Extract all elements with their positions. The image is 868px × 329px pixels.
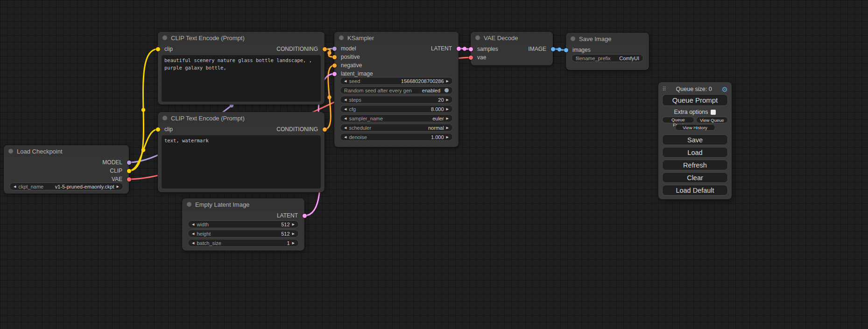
node-clip-text-encode-positive[interactable]: CLIP Text Encode (Prompt) clip CONDITION… (158, 32, 325, 105)
arrow-right-icon[interactable]: ▶ (292, 223, 295, 226)
arrow-left-icon[interactable]: ◀ (192, 232, 194, 235)
arrow-right-icon[interactable]: ▶ (446, 135, 449, 139)
node-title-bar[interactable]: KSampler (334, 32, 459, 44)
node-title-bar[interactable]: CLIP Text Encode (Prompt) (158, 32, 325, 44)
clear-button[interactable]: Clear (662, 172, 728, 183)
widget-label: seed (349, 78, 360, 84)
seed-widget[interactable]: ◀ seed 156680208700286 ▶ (340, 77, 453, 85)
image-port-dot[interactable] (551, 47, 555, 51)
load-default-button[interactable]: Load Default (662, 185, 728, 196)
vae-port-dot[interactable] (127, 177, 131, 182)
queue-prompt-button[interactable]: Queue Prompt (662, 94, 728, 106)
collapse-dot-icon[interactable] (187, 202, 191, 207)
output-port-latent: LATENT (431, 44, 459, 53)
scheduler-widget[interactable]: ◀ scheduler normal ▶ (340, 124, 453, 132)
model-port-dot[interactable] (332, 47, 337, 51)
image-port-dot[interactable] (564, 48, 568, 52)
node-title: Save Image (579, 35, 611, 42)
collapse-dot-icon[interactable] (339, 35, 344, 40)
conditioning-port-dot[interactable] (332, 55, 337, 59)
port-label: positive (341, 54, 360, 60)
collapse-dot-icon[interactable] (162, 35, 167, 40)
latent-port-dot[interactable] (469, 47, 473, 51)
collapse-dot-icon[interactable] (571, 36, 575, 41)
prompt-text-input[interactable]: beautiful scenery nature glass bottle la… (162, 55, 321, 102)
steps-widget[interactable]: ◀ steps 20 ▶ (340, 96, 453, 104)
node-vae-decode[interactable]: VAE Decode samples vae IMAGE (471, 32, 553, 65)
node-title-bar[interactable]: Load Checkpoint (4, 145, 129, 157)
arrow-left-icon[interactable]: ◀ (344, 126, 346, 129)
arrow-right-icon[interactable]: ▶ (446, 126, 449, 129)
arrow-left-icon[interactable]: ◀ (344, 107, 346, 111)
arrow-right-icon[interactable]: ▶ (446, 79, 449, 83)
arrow-right-icon[interactable]: ▶ (292, 241, 295, 245)
clip-port-dot[interactable] (156, 47, 160, 51)
input-port-clip: clip (158, 45, 173, 53)
prompt-text-input[interactable]: text, watermark (162, 135, 321, 189)
port-label: samples (477, 46, 498, 52)
width-widget[interactable]: ◀ width 512 ▶ (188, 220, 299, 228)
refresh-button[interactable]: Refresh (662, 160, 728, 170)
widget-label: sampler_name (349, 116, 383, 121)
arrow-right-icon[interactable]: ▶ (446, 117, 449, 120)
arrow-right-icon[interactable]: ▶ (446, 98, 449, 101)
vae-port-dot[interactable] (469, 56, 473, 60)
node-title-bar[interactable]: VAE Decode (471, 32, 553, 44)
node-save-image[interactable]: Save Image images filename_prefix ComfyU… (566, 33, 649, 70)
save-button[interactable]: Save (662, 134, 728, 145)
arrow-right-icon[interactable]: ▶ (446, 107, 449, 111)
clip-port-dot[interactable] (127, 169, 131, 173)
arrow-left-icon[interactable]: ◀ (344, 117, 346, 120)
load-button[interactable]: Load (662, 147, 728, 158)
conditioning-port-dot[interactable] (323, 127, 327, 132)
arrow-left-icon[interactable]: ◀ (192, 223, 194, 226)
latent-port-dot[interactable] (303, 214, 307, 218)
filename-prefix-widget[interactable]: filename_prefix ComfyUI (572, 54, 643, 62)
input-port-clip: clip (158, 125, 173, 133)
port-label: CONDITIONING (276, 46, 318, 52)
node-title-bar[interactable]: Save Image (566, 33, 649, 45)
extra-options-checkbox[interactable] (711, 110, 716, 115)
sampler-name-widget[interactable]: ◀ sampler_name euler ▶ (340, 114, 453, 122)
conditioning-port-dot[interactable] (332, 63, 337, 68)
arrow-right-icon[interactable]: ▶ (292, 232, 295, 235)
cfg-widget[interactable]: ◀ cfg 8.000 ▶ (340, 105, 453, 113)
node-empty-latent-image[interactable]: Empty Latent Image LATENT ◀ width 512 ▶ … (182, 198, 304, 251)
latent-port-dot[interactable] (457, 47, 461, 51)
arrow-left-icon[interactable]: ◀ (192, 241, 194, 245)
denoise-widget[interactable]: ◀ denoise 1.000 ▶ (340, 133, 453, 141)
ckpt-name-widget[interactable]: ◀ ckpt_name v1-5-pruned-emaonly.ckpt ▶ (9, 182, 123, 190)
collapse-dot-icon[interactable] (8, 149, 13, 154)
arrow-left-icon[interactable]: ◀ (344, 98, 346, 101)
queue-front-button[interactable]: Queue Front (662, 117, 694, 123)
node-title-bar[interactable]: Empty Latent Image (182, 198, 304, 210)
drag-handle-icon[interactable]: ⠿ (662, 86, 666, 92)
arrow-right-icon[interactable]: ▶ (117, 185, 119, 188)
batch-size-widget[interactable]: ◀ batch_size 1 ▶ (188, 239, 299, 247)
widget-value: 8.000 (431, 106, 444, 112)
collapse-dot-icon[interactable] (475, 35, 480, 40)
widget-label: scheduler (349, 125, 371, 131)
view-history-button[interactable]: View History (675, 124, 715, 131)
output-port-latent: LATENT (277, 211, 304, 220)
node-clip-text-encode-negative[interactable]: CLIP Text Encode (Prompt) clip CONDITION… (158, 112, 325, 192)
comfy-menu: ⠿ Queue size: 0 ⚙ Queue Prompt Extra opt… (658, 82, 732, 199)
widget-label: batch_size (197, 240, 221, 246)
height-widget[interactable]: ◀ height 512 ▶ (188, 230, 299, 238)
toggle-knob-icon[interactable] (445, 88, 449, 92)
model-port-dot[interactable] (127, 161, 131, 165)
view-queue-button[interactable]: View Queue (696, 117, 728, 123)
random-seed-widget[interactable]: Random seed after every gen enabled (340, 86, 453, 94)
node-load-checkpoint[interactable]: Load Checkpoint MODEL CLIP VAE ◀ ckpt_na… (4, 145, 129, 194)
clip-port-dot[interactable] (156, 127, 160, 132)
collapse-dot-icon[interactable] (162, 116, 167, 120)
node-title-bar[interactable]: CLIP Text Encode (Prompt) (158, 112, 325, 124)
arrow-left-icon[interactable]: ◀ (344, 135, 346, 139)
conditioning-port-dot[interactable] (323, 47, 327, 51)
settings-gear-icon[interactable]: ⚙ (722, 86, 728, 93)
arrow-left-icon[interactable]: ◀ (14, 185, 16, 188)
widget-label: filename_prefix (576, 56, 611, 61)
latent-port-dot[interactable] (332, 72, 337, 76)
node-ksampler[interactable]: KSampler model positive negative latent_… (334, 32, 459, 147)
arrow-left-icon[interactable]: ◀ (344, 79, 346, 83)
